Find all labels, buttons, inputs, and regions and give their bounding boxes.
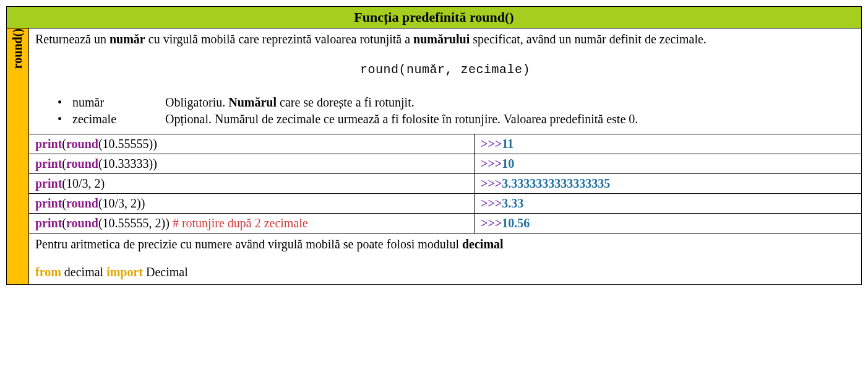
intro-cell: Returnează un număr cu virgulă mobilă ca… xyxy=(29,28,862,134)
example-code: print(10/3, 2) xyxy=(29,174,475,194)
footer-cell: Pentru aritmetica de precizie cu numere … xyxy=(29,234,862,285)
side-label: round() xyxy=(11,28,25,69)
intro-mid: cu virgulă mobilă care reprezintă valoar… xyxy=(145,32,413,46)
example-row: print(round(10/3, 2)) >>>3.33 xyxy=(7,194,862,214)
intro-pre: Returnează un xyxy=(35,32,110,46)
intro-b1: număr xyxy=(110,32,145,46)
example-row: print(round(10.55555)) >>>11 xyxy=(7,134,862,154)
param-row: • număr Obligatoriu. Numărul care se dor… xyxy=(58,94,855,111)
example-row: print(round(10.33333)) >>>10 xyxy=(7,154,862,174)
bullet-icon: • xyxy=(58,111,72,128)
example-output: >>>11 xyxy=(475,134,862,154)
intro-post: specificat, având un număr definit de ze… xyxy=(470,32,707,46)
example-output: >>>10.56 xyxy=(475,214,862,234)
example-row: print(10/3, 2) >>>3.3333333333333335 xyxy=(7,174,862,194)
param-term: zecimale xyxy=(72,111,165,128)
example-row: print(round(10.55555, 2)) # rotunjire du… xyxy=(7,214,862,234)
syntax-line: round(număr, zecimale) xyxy=(35,61,855,78)
param-desc: Obligatoriu. Numărul care se dorește a f… xyxy=(165,94,855,111)
example-output: >>>10 xyxy=(475,154,862,174)
param-desc: Opțional. Numărul de zecimale ce urmează… xyxy=(165,111,855,128)
param-row: • zecimale Opțional. Numărul de zecimale… xyxy=(58,111,855,128)
bullet-icon: • xyxy=(58,94,72,111)
footer-import: from decimal import Decimal xyxy=(35,264,855,281)
example-code: print(round(10/3, 2)) xyxy=(29,194,475,214)
example-code: print(round(10.33333)) xyxy=(29,154,475,174)
example-code: print(round(10.55555)) xyxy=(29,134,475,154)
param-term: număr xyxy=(72,94,165,111)
example-code: print(round(10.55555, 2)) # rotunjire du… xyxy=(29,214,475,234)
side-label-cell: round() xyxy=(7,28,29,285)
intro-text: Returnează un număr cu virgulă mobilă ca… xyxy=(35,31,855,48)
header-title: Funcția predefinită round() xyxy=(354,9,513,25)
footer-note: Pentru aritmetica de precizie cu numere … xyxy=(35,236,855,253)
example-output: >>>3.33 xyxy=(475,194,862,214)
round-doc-table: Funcția predefinită round() round() Retu… xyxy=(6,6,862,285)
param-list: • număr Obligatoriu. Numărul care se dor… xyxy=(58,94,855,128)
table-header: Funcția predefinită round() xyxy=(7,7,862,28)
intro-b2: numărului xyxy=(413,32,470,46)
example-output: >>>3.3333333333333335 xyxy=(475,174,862,194)
